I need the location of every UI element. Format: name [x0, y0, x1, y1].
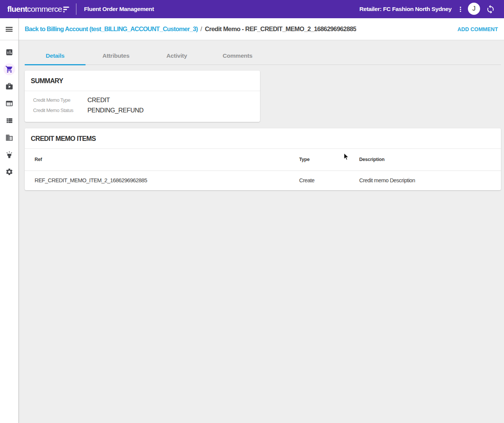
summary-body: Credit Memo Type CREDIT Credit Memo Stat… — [25, 91, 260, 122]
items-table: Ref Type Description REF_CREDIT_MEMO_ITE… — [25, 149, 501, 190]
items-title: CREDIT MEMO ITEMS — [25, 128, 501, 148]
summary-row-label: Credit Memo Status — [33, 107, 87, 113]
app-shell: Back to Billing Account (test_BILLING_AC… — [0, 18, 504, 423]
logo-dash-icon — [63, 6, 70, 13]
tab-label: Activity — [166, 52, 187, 59]
item-description-cell: Credit memo Description — [349, 170, 501, 190]
product-title: Fluent Order Management — [84, 0, 154, 18]
logo-word-fluent: fluent — [7, 5, 27, 13]
active-tab-indicator — [25, 64, 86, 65]
retailer-label: Retailer: FC Fashion North Sydney — [359, 0, 452, 18]
main-area: Back to Billing Account (test_BILLING_AC… — [19, 18, 504, 423]
sidebar-item-products[interactable] — [1, 95, 18, 112]
tab-details[interactable]: Details — [25, 47, 86, 65]
app-bar: fluentcommerce Fluent Order Management R… — [0, 0, 504, 18]
hamburger-row — [0, 18, 18, 40]
sidebar — [0, 18, 19, 423]
breadcrumb-separator: / — [198, 25, 205, 32]
sidebar-item-orders[interactable] — [1, 61, 18, 78]
flashlight-icon — [5, 151, 13, 159]
logo-word-commerce: commerce — [27, 5, 62, 13]
summary-card: SUMMARY Credit Memo Type CREDIT Credit M… — [25, 71, 260, 122]
breadcrumb-bar: Back to Billing Account (test_BILLING_AC… — [19, 18, 504, 40]
summary-row: Credit Memo Status PENDING_REFUND — [33, 105, 254, 115]
item-type-cell: Create — [289, 170, 349, 190]
column-header-type: Type — [289, 149, 349, 170]
column-header-description: Description — [349, 149, 501, 170]
sidebar-nav — [0, 40, 18, 180]
kebab-icon — [456, 5, 464, 13]
refresh-button[interactable] — [485, 4, 495, 14]
briefcase-play-icon — [5, 82, 13, 90]
shopping-cart-icon — [5, 65, 13, 73]
logo-text: fluentcommerce — [7, 0, 62, 18]
avatar-initial: J — [472, 5, 476, 13]
sidebar-item-workflows[interactable] — [1, 78, 18, 95]
sidebar-item-insights[interactable] — [1, 146, 18, 163]
sidebar-item-settings[interactable] — [1, 163, 18, 180]
appbar-divider — [76, 3, 76, 15]
add-comment-button[interactable]: ADD COMMENT — [457, 23, 498, 35]
sync-icon — [486, 5, 495, 14]
tab-bar: Details Attributes Activity Comments — [25, 47, 501, 65]
tab-comments[interactable]: Comments — [207, 47, 268, 65]
sidebar-item-lists[interactable] — [1, 112, 18, 129]
tab-attributes[interactable]: Attributes — [86, 47, 146, 65]
fluent-commerce-logo: fluentcommerce — [7, 0, 70, 18]
summary-title: SUMMARY — [25, 71, 260, 91]
table-row[interactable]: REF_CREDIT_MEMO_ITEM_2_1686296962885 Cre… — [25, 170, 501, 190]
menu-button[interactable] — [4, 24, 14, 35]
item-ref-cell: REF_CREDIT_MEMO_ITEM_2_1686296962885 — [25, 170, 289, 190]
sidebar-item-dashboard[interactable] — [1, 44, 18, 61]
web-layout-icon — [5, 99, 13, 107]
tab-label: Details — [46, 52, 64, 59]
breadcrumb: Back to Billing Account (test_BILLING_AC… — [25, 25, 356, 33]
summary-row-value: PENDING_REFUND — [87, 107, 144, 114]
tab-activity[interactable]: Activity — [146, 47, 207, 65]
items-table-header-row: Ref Type Description — [25, 149, 501, 170]
back-to-billing-account-link[interactable]: Back to Billing Account (test_BILLING_AC… — [25, 25, 198, 32]
view-list-icon — [5, 117, 13, 125]
summary-row-value: CREDIT — [87, 96, 110, 104]
content: Details Attributes Activity Comments SUM… — [19, 40, 504, 423]
more-options-button[interactable] — [456, 4, 465, 14]
breadcrumb-current: Credit Memo - REF_CREDIT_MEMO_2_16862969… — [205, 25, 357, 32]
hamburger-icon — [5, 25, 14, 34]
tab-label: Attributes — [102, 52, 129, 59]
sidebar-item-locations[interactable] — [1, 129, 18, 146]
credit-memo-items-card: CREDIT MEMO ITEMS Ref Type Description R… — [25, 128, 501, 190]
column-header-ref: Ref — [25, 149, 289, 170]
summary-row-label: Credit Memo Type — [33, 97, 87, 103]
gear-icon — [5, 168, 13, 176]
user-avatar[interactable]: J — [468, 3, 480, 15]
tab-label: Comments — [223, 52, 253, 59]
building-icon — [5, 134, 13, 142]
bar-chart-icon — [5, 48, 13, 56]
summary-row: Credit Memo Type CREDIT — [33, 95, 254, 105]
